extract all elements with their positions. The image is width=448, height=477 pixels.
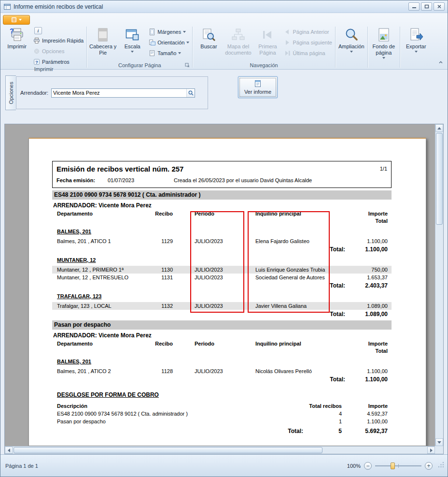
dialog-launcher-icon[interactable] — [184, 62, 191, 69]
page-size-icon — [149, 50, 155, 57]
chevron-down-icon — [382, 57, 385, 59]
window-title: Informe emisión recibos de vertical — [14, 3, 103, 10]
zoom-slider-thumb[interactable] — [391, 463, 395, 469]
orientation-icon — [149, 39, 155, 46]
ribbon-group-navegacion: Buscar Mapa del documento Primera Página… — [193, 25, 334, 69]
scroll-right-button[interactable] — [427, 447, 435, 454]
preview-area: Emisión de recibos vertical núm. 257 1/1… — [4, 124, 444, 454]
zoom-out-button[interactable]: − — [364, 462, 372, 470]
minimize-button[interactable] — [408, 2, 420, 11]
vertical-scroll-thumb[interactable] — [436, 133, 443, 225]
orientation-button[interactable]: Orientación — [147, 38, 191, 47]
scale-icon — [125, 27, 140, 43]
ribbon-group-exportar: Exportar — [401, 25, 432, 69]
parameters-button[interactable]: ? Parámetros — [32, 57, 85, 66]
ribbon-group-ampliacion: Ampliación — [336, 25, 367, 69]
arrendador-field-wrap — [51, 88, 195, 98]
info-button[interactable]: i — [34, 27, 42, 34]
next-page-icon — [284, 39, 291, 46]
header-footer-button[interactable]: Cabecera y Pie — [88, 26, 117, 57]
ribbon-separator — [192, 27, 193, 68]
statusbar: Página 1 de 1 100% − + — [0, 454, 448, 477]
quick-print-button[interactable]: Impresión Rápida — [32, 36, 85, 45]
previous-page-icon — [284, 29, 291, 35]
scroll-left-button[interactable] — [5, 447, 13, 454]
desglose-row: Pasan por despacho 1 1.100,00 — [52, 418, 392, 425]
chevron-down-icon — [415, 51, 418, 53]
page-background-button[interactable]: Fondo de página — [369, 26, 398, 60]
close-icon — [437, 4, 442, 9]
scroll-down-button[interactable] — [435, 438, 443, 446]
section-band: Pasan por despacho — [52, 320, 392, 330]
window-controls — [408, 2, 445, 11]
arrow-left-icon — [8, 448, 10, 452]
horizontal-scrollbar[interactable] — [5, 446, 435, 454]
svg-text:i: i — [38, 29, 39, 33]
resize-grip-icon[interactable] — [438, 462, 445, 468]
last-page-button[interactable]: Última página — [282, 48, 333, 58]
header-footer-icon — [95, 27, 111, 43]
arrendador-input[interactable] — [52, 89, 186, 97]
options-gear-icon — [33, 48, 40, 55]
first-page-button[interactable]: Primera Página — [253, 26, 282, 57]
chevron-down-icon — [350, 51, 353, 53]
creada-text: Creada el 26/05/2023 por el usuario Davi… — [174, 177, 312, 183]
report-icon — [11, 17, 17, 23]
ribbon-separator — [400, 27, 400, 68]
report-title: Emisión de recibos vertical núm. 257 — [56, 165, 183, 173]
zoom-button[interactable]: Ampliación — [337, 26, 366, 54]
document-map-button[interactable]: Mapa del documento — [224, 26, 252, 57]
chevron-down-icon — [178, 52, 181, 54]
chevron-down-icon — [19, 19, 22, 21]
arrendador-label: Arrendador: — [20, 90, 48, 96]
tab-opciones[interactable]: Opciones — [5, 75, 16, 110]
search-icon — [201, 27, 216, 43]
table-header: Departamento Recibo Periodo Inquilino pr… — [52, 340, 392, 355]
close-button[interactable] — [434, 2, 445, 11]
svg-text:?: ? — [10, 27, 14, 35]
vertical-scrollbar[interactable] — [435, 124, 443, 446]
lookup-button[interactable] — [186, 89, 195, 97]
print-button[interactable]: ? Imprimir — [2, 26, 31, 51]
application-menu-button[interactable] — [3, 15, 30, 25]
question-icon: ? — [33, 58, 40, 65]
horizontal-scroll-thumb[interactable] — [14, 447, 322, 453]
report-header-box: Emisión de recibos vertical núm. 257 1/1… — [52, 161, 392, 188]
desglose-header: Descripción Total recibos Importe — [52, 402, 392, 410]
scrollbar-corner — [435, 446, 443, 454]
plus-icon: + — [427, 463, 430, 469]
margins-button[interactable]: Márgenes — [147, 27, 191, 36]
scroll-up-button[interactable] — [435, 124, 443, 132]
group-title: BALMES, 201 — [57, 359, 392, 365]
ribbon-body: ? Imprimir i Impresión Rápida Opciones — [0, 25, 448, 69]
chevron-down-icon — [183, 31, 186, 33]
maximize-icon — [424, 4, 429, 9]
scale-button[interactable]: Escala — [118, 26, 147, 54]
ribbon-separator — [367, 27, 368, 68]
zoom-in-button[interactable]: + — [425, 462, 433, 470]
arrow-up-icon — [437, 127, 441, 130]
search-icon — [188, 90, 194, 96]
search-button[interactable]: Buscar — [194, 26, 223, 51]
export-button[interactable]: Exportar — [402, 26, 431, 54]
quick-print-icon — [33, 37, 40, 44]
group-total: Total:1.100,00 — [52, 376, 392, 383]
group-label-navegacion: Navegación — [194, 61, 333, 69]
ver-informe-button[interactable]: Ver informe — [238, 76, 278, 98]
collapse-ribbon-button[interactable] — [436, 58, 445, 66]
minus-icon: − — [366, 463, 369, 469]
chevron-down-icon — [186, 42, 189, 43]
chevron-down-icon — [131, 51, 134, 53]
previous-page-button[interactable]: Página Anterior — [282, 27, 333, 36]
size-button[interactable]: Tamaño — [147, 48, 191, 58]
chevron-up-icon — [438, 60, 443, 65]
ribbon-group-imprimir: ? Imprimir i Impresión Rápida Opciones — [1, 25, 86, 69]
next-page-button[interactable]: Página siguiente — [282, 38, 333, 47]
maximize-button[interactable] — [421, 2, 432, 11]
arrow-right-icon — [430, 448, 433, 452]
page-indicator: 1/1 — [380, 165, 387, 172]
zoom-slider[interactable] — [375, 462, 421, 470]
page-info: Página 1 de 1 — [5, 463, 38, 469]
print-options-button[interactable]: Opciones — [32, 46, 85, 56]
minimize-icon — [412, 4, 417, 9]
